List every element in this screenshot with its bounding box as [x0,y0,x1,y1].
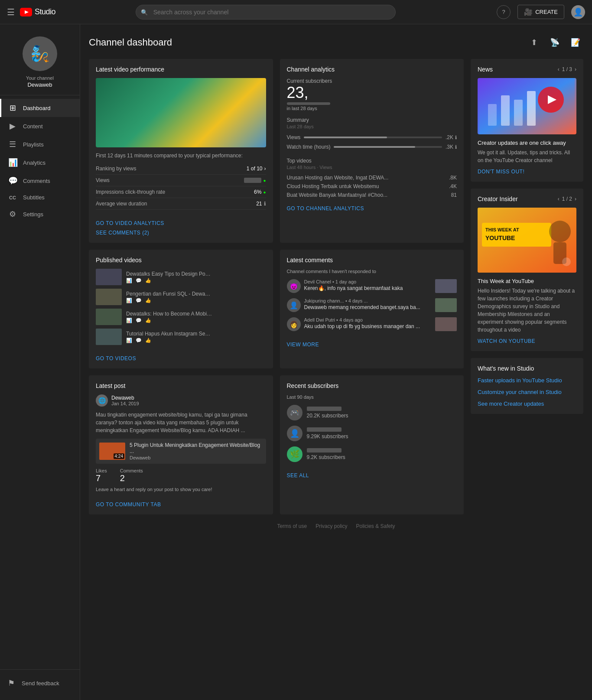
pub-info-4: Tutorial Hapus Akun Instagram Secar... 📊… [126,331,266,343]
pub-stat-like: 👍 [145,338,151,343]
whats-new-item-2[interactable]: Customize your channel in Studio [478,389,576,395]
comment-thumb-2 [435,298,457,312]
likes-value: 7 [96,473,107,483]
go-to-video-analytics-link[interactable]: GO TO VIDEO ANALYTICS [96,220,164,226]
dashboard-body: Latest video performance Pentingnya Webs… [89,59,583,514]
send-feedback-button[interactable]: ⚑ Send feedback [7,675,73,691]
help-icon: ? [502,9,505,15]
post-header: 🌐 Dewaweb Jan 14, 2019 [96,394,266,407]
summary-row-views: Views .2K ℹ [287,133,457,142]
sidebar-item-comments[interactable]: 💬 Comments [0,172,80,190]
feedback-icon: ⚑ [7,678,16,688]
view-more-comments-link[interactable]: VIEW MORE [287,342,319,348]
top-video-row-3: Buat Website Banyak Manfaatnya! #Choo...… [287,191,457,199]
top-video-title-3: Buat Website Banyak Manfaatnya! #Choo... [287,192,448,198]
watch-bar-wrap [334,146,442,148]
pub-title-1: Dewatalks Easy Tips to Design Posts... [126,271,213,277]
upload-button[interactable]: ⬆ [526,35,542,50]
ranking-label: Ranking by views [96,166,136,172]
help-button[interactable]: ? [497,5,511,19]
menu-button[interactable]: ☰ [7,7,15,17]
footer-terms[interactable]: Terms of use [277,523,307,529]
footer-policies[interactable]: Policies & Safety [356,523,395,529]
watch-info-icon: ℹ [455,144,457,150]
search-bar: 🔍 [136,5,396,20]
svg-text:YOUTUBE: YOUTUBE [485,234,515,241]
pub-thumb-3 [96,309,122,325]
sidebar-item-analytics[interactable]: 📊 Analytics [0,153,80,172]
go-to-community-link[interactable]: GO TO COMMUNITY TAB [96,501,161,508]
post-likes: Likes 7 [96,468,107,483]
svg-rect-5 [514,100,523,126]
svg-rect-3 [488,104,497,126]
sub-avatar-2: 👤 [287,426,303,441]
ci-image-svg: THIS WEEK AT YOUTUBE [478,208,576,273]
create-post-button[interactable]: 📝 [568,35,583,50]
video-bg [96,78,266,147]
comment-text-1: Keren🔥, info nya sangat bermanfaat kaka [304,285,432,291]
top-video-views-3: 81 [451,192,457,198]
pub-stat-comment: 💬 [136,318,142,323]
news-next-button[interactable]: › [575,66,576,72]
footer-privacy[interactable]: Privacy policy [316,523,347,529]
sidebar-item-subtitles[interactable]: CC Subtitles [0,190,80,205]
post-link-channel: Dewaweb [130,455,263,460]
create-button[interactable]: 🎥 CREATE [517,5,564,19]
nav-items: ⊞ Dashboard ▶ Content ☰ Playlists 📊 Anal… [0,99,80,669]
latest-video-card: Latest video performance Pentingnya Webs… [89,59,273,243]
comments-value: 2 [120,473,143,483]
comment-meta-1: Devil Chanel • 1 day ago [304,279,432,284]
whats-new-title: What's new in Studio [478,365,576,372]
avatar[interactable]: 👤 [571,5,585,19]
video-thumbnail[interactable]: Pentingnya Website Untuk UMKM - Dewaweb [96,78,266,147]
comment-body-1: Devil Chanel • 1 day ago Keren🔥, info ny… [304,279,432,291]
subtitles-icon: CC [8,195,17,200]
whats-new-more-link[interactable]: See more Creator updates [478,400,576,407]
news-cta-link[interactable]: DON'T MISS OUT! [478,169,576,175]
creator-insider-image: THIS WEEK AT YOUTUBE [478,208,576,273]
post-comments: Comments 2 [120,468,143,483]
published-video-list: Dewatalks Easy Tips to Design Posts... 📊… [96,269,266,345]
views-bar [244,178,261,183]
whats-new-item-1[interactable]: Faster uploads in YouTube Studio [478,377,576,384]
sidebar-item-settings[interactable]: ⚙ Settings [0,205,80,223]
comments-label: Comments [120,468,143,473]
sidebar-item-label-analytics: Analytics [23,160,46,166]
logo: Studio [20,7,55,16]
comment-avatar-3: 👩 [287,317,301,331]
post-link-preview[interactable]: 4:24 5 Plugin Untuk Meningkatkan Engagem… [96,439,266,464]
go-live-button[interactable]: 📡 [547,35,563,50]
creator-insider-header: Creator Insider ‹ 1 / 2 › [478,195,576,202]
ci-prev-button[interactable]: ‹ [558,196,559,202]
top-video-views-1: .8K [449,175,457,181]
pub-info-2: Pengertian dan Funsi SQL - Dewaweb 📊 💬 👍 [126,291,266,303]
sub-name-bar-2 [307,427,342,432]
search-input[interactable] [136,5,396,20]
post-link-title: 5 Plugin Untuk Meningkatkan Engagement W… [130,442,263,454]
sidebar-item-playlists[interactable]: ☰ Playlists [0,135,80,153]
go-to-channel-analytics-link[interactable]: GO TO CHANNEL ANALYTICS [287,205,364,212]
news-prev-button[interactable]: ‹ [558,66,559,72]
whats-new-card: What's new in Studio Faster uploads in Y… [471,358,583,414]
channel-analytics-title: Channel analytics [287,66,457,73]
go-to-videos-link[interactable]: GO TO VIDEOS [96,355,136,361]
ci-watch-link[interactable]: WATCH ON YOUTUBE [478,338,576,344]
topbar-left: ☰ Studio [7,7,85,17]
channel-avatar[interactable]: 🧞 [23,36,57,71]
upload-icon: ⬆ [531,38,537,47]
pub-thumb-2 [96,289,122,305]
ci-next-button[interactable]: › [575,196,576,202]
latest-post-card: Latest post 🌐 Dewaweb Jan 14, 2019 Mau t… [89,375,273,514]
recent-subs-title: Recent subscribers [287,382,457,389]
watch-val: .3K ℹ [446,144,457,150]
comment-avatar-1: 😈 [287,279,301,293]
see-comments-link[interactable]: SEE COMMENTS (2) [96,230,266,236]
sidebar-item-content[interactable]: ▶ Content [0,117,80,135]
list-item: 🎮 20.2K subscribers [287,405,457,420]
comment-body-3: Adell Dwi Putri • 4 days ago Aku udah to… [304,317,432,329]
sidebar-item-dashboard[interactable]: ⊞ Dashboard [0,99,80,117]
main-content: Channel dashboard ⬆ 📡 📝 Latest video per [80,24,592,700]
pub-title-2: Pengertian dan Funsi SQL - Dewaweb [126,291,213,297]
see-all-subscribers-link[interactable]: SEE ALL [287,472,309,479]
sidebar-item-label-dashboard: Dashboard [23,105,51,111]
